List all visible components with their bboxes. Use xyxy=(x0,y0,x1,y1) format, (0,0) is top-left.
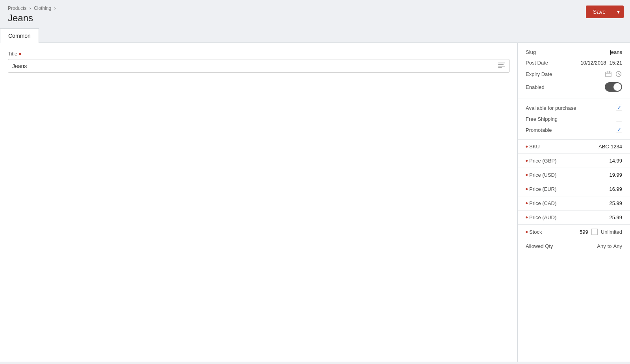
price-usd-label: Price (USD) xyxy=(526,172,556,178)
sidebar: Slug jeans Post Date 10/12/2018 15:21 Ex… xyxy=(518,43,630,362)
post-date-row: Post Date 10/12/2018 15:21 xyxy=(526,60,622,66)
sidebar-meta-section: Slug jeans Post Date 10/12/2018 15:21 Ex… xyxy=(518,43,630,98)
expiry-date-row: Expiry Date xyxy=(526,70,622,78)
free-shipping-label: Free Shipping xyxy=(526,116,558,122)
post-time-value: 15:21 xyxy=(609,60,622,66)
svg-line-10 xyxy=(619,74,620,75)
clock-icon[interactable] xyxy=(615,70,622,78)
stock-label: Stock xyxy=(526,229,542,235)
enabled-label: Enabled xyxy=(526,84,545,90)
sku-label: SKU xyxy=(526,144,540,150)
available-for-purchase-checkbox[interactable]: ✓ xyxy=(616,105,622,111)
enabled-row: Enabled xyxy=(526,82,622,92)
price-aud-row: Price (AUD) 25.99 xyxy=(518,211,630,225)
calendar-icon[interactable] xyxy=(605,70,612,78)
sidebar-prices-section: SKU ABC-1234 Price (GBP) 14.99 Price (US… xyxy=(518,140,630,253)
free-shipping-row: Free Shipping xyxy=(526,116,622,122)
check-mark-promotable: ✓ xyxy=(617,127,621,133)
stock-row: Stock 599 Unlimited xyxy=(518,225,630,239)
required-indicator xyxy=(19,53,21,55)
title-input[interactable] xyxy=(8,60,494,72)
price-aud-value: 25.99 xyxy=(609,214,622,220)
title-input-wrapper xyxy=(8,59,510,73)
svg-rect-1 xyxy=(498,64,504,65)
post-date-inputs: 10/12/2018 15:21 xyxy=(580,60,622,66)
price-eur-value: 16.99 xyxy=(609,186,622,192)
stock-right: 599 Unlimited xyxy=(580,229,622,235)
allowed-qty-row: Allowed Qty Any to Any xyxy=(518,239,630,253)
svg-rect-3 xyxy=(498,67,502,68)
post-date-value: 10/12/2018 xyxy=(580,60,606,66)
svg-rect-2 xyxy=(498,66,505,67)
slug-row: Slug jeans xyxy=(526,49,622,55)
available-for-purchase-label: Available for purchase xyxy=(526,105,576,111)
title-field-label: Title xyxy=(8,51,510,57)
breadcrumb-products[interactable]: Products xyxy=(8,6,26,11)
check-mark-available: ✓ xyxy=(617,105,621,111)
free-shipping-checkbox[interactable] xyxy=(616,116,622,122)
allowed-qty-to-label: to xyxy=(608,243,612,249)
svg-rect-4 xyxy=(606,72,611,77)
allowed-qty-to-val: Any xyxy=(613,243,622,249)
slug-value: jeans xyxy=(610,49,622,55)
price-gbp-value: 14.99 xyxy=(609,158,622,164)
promotable-label: Promotable xyxy=(526,127,552,133)
price-gbp-label: Price (GBP) xyxy=(526,158,556,164)
sku-value: ABC-1234 xyxy=(598,144,622,150)
expiry-date-label: Expiry Date xyxy=(526,71,552,77)
breadcrumb-clothing[interactable]: Clothing xyxy=(34,6,51,11)
stock-value: 599 xyxy=(580,229,588,235)
price-aud-label: Price (AUD) xyxy=(526,214,556,220)
slug-label: Slug xyxy=(526,49,536,55)
price-eur-label: Price (EUR) xyxy=(526,186,556,192)
save-dropdown-button[interactable]: ▾ xyxy=(613,6,624,18)
promotable-row: Promotable ✓ xyxy=(526,127,622,133)
allowed-qty-from: Any xyxy=(597,243,606,249)
title-editor-icon[interactable] xyxy=(494,59,509,72)
svg-rect-0 xyxy=(498,63,505,63)
allowed-qty-label: Allowed Qty xyxy=(526,243,553,249)
allowed-qty-right: Any to Any xyxy=(597,243,622,249)
price-usd-row: Price (USD) 19.99 xyxy=(518,168,630,182)
tabs-bar: Common xyxy=(0,28,630,43)
promotable-checkbox[interactable]: ✓ xyxy=(616,127,622,133)
content-area: Title xyxy=(0,43,518,362)
save-button[interactable]: Save xyxy=(586,6,613,18)
expiry-date-inputs xyxy=(605,70,622,78)
breadcrumb-sep2: › xyxy=(54,6,56,11)
tab-common[interactable]: Common xyxy=(0,28,39,43)
price-gbp-row: Price (GBP) 14.99 xyxy=(518,154,630,168)
post-date-label: Post Date xyxy=(526,60,548,66)
sidebar-checkboxes-section: Available for purchase ✓ Free Shipping P… xyxy=(518,98,630,140)
unlimited-checkbox[interactable] xyxy=(591,229,598,235)
price-cad-label: Price (CAD) xyxy=(526,200,556,206)
unlimited-label: Unlimited xyxy=(601,229,622,235)
price-eur-row: Price (EUR) 16.99 xyxy=(518,182,630,196)
breadcrumb-sep1: › xyxy=(30,6,31,11)
header-actions: Save ▾ xyxy=(586,6,624,18)
available-for-purchase-row: Available for purchase ✓ xyxy=(526,105,622,111)
page-title: Jeans xyxy=(8,13,622,24)
price-cad-value: 25.99 xyxy=(609,200,622,206)
breadcrumb: Products › Clothing › xyxy=(8,6,622,11)
price-cad-row: Price (CAD) 25.99 xyxy=(518,196,630,211)
sku-row: SKU ABC-1234 xyxy=(518,140,630,154)
enabled-toggle[interactable] xyxy=(605,82,622,92)
price-usd-value: 19.99 xyxy=(609,172,622,178)
